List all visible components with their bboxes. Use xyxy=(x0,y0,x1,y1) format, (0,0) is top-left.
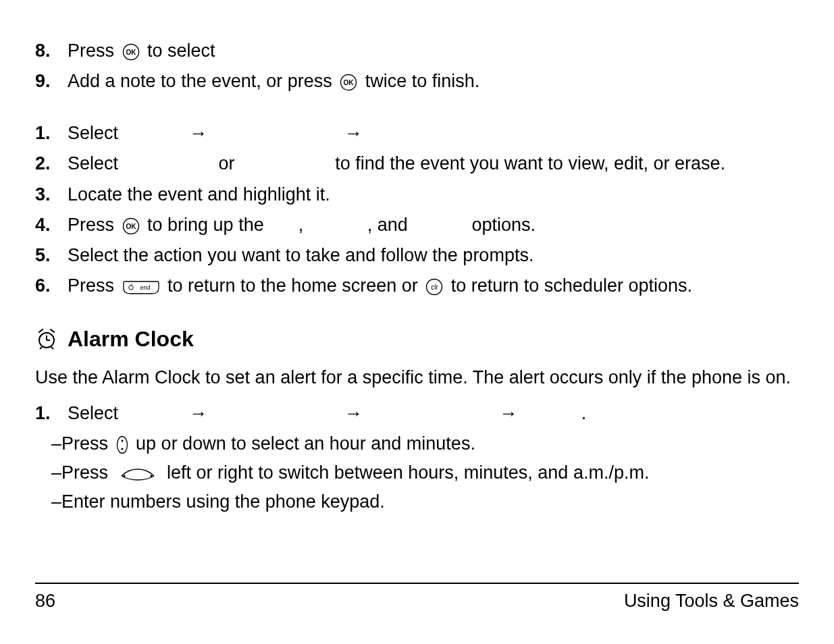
text: Select xyxy=(68,123,118,143)
text: Select xyxy=(68,403,118,423)
ok-key-icon: OK xyxy=(340,74,357,91)
dash: – xyxy=(51,433,61,454)
section-intro: Use the Alarm Clock to set an alert for … xyxy=(35,365,799,391)
list-number: 5. xyxy=(35,242,68,269)
manage-event-steps-list: 1. Select → → 2. Select or to find the e… xyxy=(35,120,799,299)
text: , and xyxy=(367,215,408,235)
svg-text:OK: OK xyxy=(126,223,136,230)
list-item: 9. Add a note to the event, or press OK … xyxy=(35,68,799,95)
end-key-icon: end xyxy=(122,279,160,295)
svg-line-7 xyxy=(131,284,132,286)
text: to select xyxy=(147,41,215,61)
list-item: 4. Press OK to bring up the , , and opti… xyxy=(35,212,799,238)
clr-key-icon: clr xyxy=(425,278,443,296)
heading-text: Alarm Clock xyxy=(68,323,194,354)
list-body: Select or to find the event you want to … xyxy=(68,151,799,177)
text: Locate the event and highlight it. xyxy=(68,184,330,205)
svg-line-17 xyxy=(51,347,53,349)
list-body: Select the action you want to take and f… xyxy=(68,242,799,269)
list-item: 2. Select or to find the event you want … xyxy=(35,151,799,177)
svg-line-16 xyxy=(40,347,42,349)
footer-row: 86 Using Tools & Games xyxy=(35,583,799,614)
list-number: 2. xyxy=(35,151,68,177)
text: options. xyxy=(471,215,536,235)
text: Press xyxy=(61,433,113,454)
list-number: 4. xyxy=(35,212,68,238)
list-number: 9. xyxy=(35,68,68,95)
svg-point-6 xyxy=(128,286,132,290)
continued-steps-list: 8. Press OK to select 9. Add a note to t… xyxy=(35,38,799,95)
list-item: –Press left or right to switch between h… xyxy=(51,460,799,486)
text: , xyxy=(298,215,304,235)
list-number: 1. xyxy=(35,120,68,146)
list-item: 5. Select the action you want to take an… xyxy=(35,242,799,269)
text: to bring up the xyxy=(147,215,264,235)
text: to return to the home screen or xyxy=(167,275,423,296)
list-body: Press end to return to the home screen o… xyxy=(68,273,799,299)
svg-point-19 xyxy=(121,439,123,441)
svg-point-20 xyxy=(121,448,123,450)
text: Press xyxy=(68,215,120,235)
svg-point-22 xyxy=(150,475,152,477)
list-item: 8. Press OK to select xyxy=(35,38,799,64)
list-body: Press OK to bring up the , , and options… xyxy=(68,212,799,238)
text: up or down to select an hour and minutes… xyxy=(136,433,475,454)
arrow-icon: → xyxy=(189,400,207,427)
text: twice to finish. xyxy=(365,71,480,91)
arrow-icon: → xyxy=(344,120,363,146)
spacer xyxy=(35,99,799,120)
svg-text:clr: clr xyxy=(431,284,438,291)
alarm-clock-icon xyxy=(35,327,58,350)
list-number: 6. xyxy=(35,273,68,299)
arrow-icon: → xyxy=(189,120,207,146)
text: Press xyxy=(68,41,120,61)
svg-point-21 xyxy=(123,475,125,477)
ok-key-icon: OK xyxy=(122,217,140,235)
page-footer: 86 Using Tools & Games xyxy=(35,583,799,614)
svg-line-15 xyxy=(51,329,54,332)
list-number: 8. xyxy=(35,38,68,64)
text: Add a note to the event, or press xyxy=(68,71,337,91)
svg-text:OK: OK xyxy=(344,79,355,86)
list-body: Locate the event and highlight it. xyxy=(68,182,799,208)
svg-text:end: end xyxy=(140,284,150,291)
alarm-steps-list: 1. Select → → → . xyxy=(35,400,799,427)
text: or xyxy=(219,153,235,173)
dash: – xyxy=(51,462,61,483)
list-item: –Press up or down to select an hour and … xyxy=(51,431,799,457)
list-item: 6. Press end to return to the home scree… xyxy=(35,273,799,299)
arrow-icon: → xyxy=(344,400,363,427)
svg-line-14 xyxy=(39,329,43,332)
text: left or right to switch between hours, m… xyxy=(167,462,649,483)
text: Select xyxy=(68,153,118,173)
list-body: Press OK to select xyxy=(68,38,799,64)
arrow-icon: → xyxy=(499,400,517,427)
svg-text:OK: OK xyxy=(126,49,136,56)
text: Press xyxy=(68,275,120,296)
page: 8. Press OK to select 9. Add a note to t… xyxy=(0,0,834,644)
dash: – xyxy=(51,491,61,512)
svg-point-18 xyxy=(117,436,127,453)
text: . xyxy=(581,403,587,423)
text: Enter numbers using the phone keypad. xyxy=(61,491,385,512)
text: to find the event you want to view, edit… xyxy=(335,153,725,173)
ok-key-icon: OK xyxy=(122,43,140,61)
section-title: Using Tools & Games xyxy=(624,588,799,614)
text: to return to scheduler options. xyxy=(451,275,692,296)
list-body: Select → → → . xyxy=(68,400,799,427)
nav-leftright-key-icon xyxy=(116,466,159,481)
alarm-substeps-list: –Press up or down to select an hour and … xyxy=(35,431,799,515)
list-body: Add a note to the event, or press OK twi… xyxy=(68,68,799,95)
list-item: 1. Select → → → . xyxy=(35,400,799,427)
text: Press xyxy=(61,462,113,483)
page-number: 86 xyxy=(35,588,55,614)
list-item: –Enter numbers using the phone keypad. xyxy=(51,489,799,515)
section-heading: Alarm Clock xyxy=(35,323,799,354)
list-item: 1. Select → → xyxy=(35,120,799,146)
list-number: 1. xyxy=(35,400,68,427)
list-item: 3. Locate the event and highlight it. xyxy=(35,182,799,208)
text: Select the action you want to take and f… xyxy=(68,245,533,265)
list-body: Select → → xyxy=(68,120,799,146)
nav-updown-key-icon xyxy=(116,435,128,454)
list-number: 3. xyxy=(35,182,68,208)
